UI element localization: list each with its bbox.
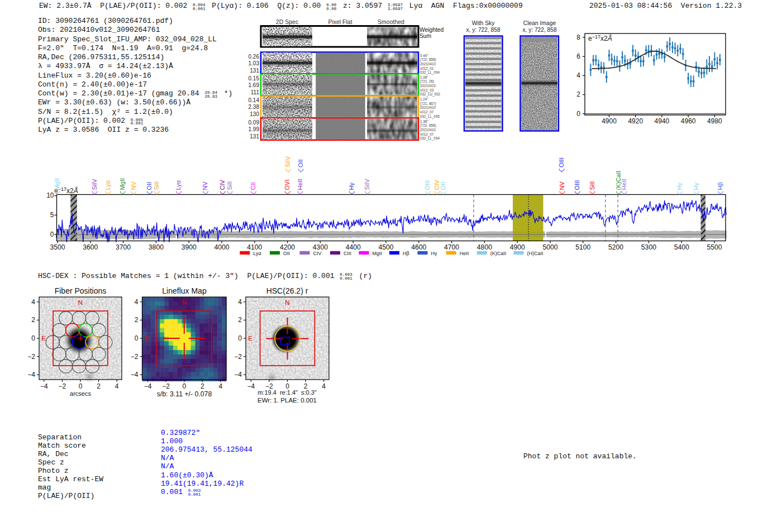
svg-text:−2: −2 [162,382,170,390]
svg-text:4: 4 [135,298,139,306]
svg-text:4: 4 [322,382,326,390]
svg-text:−4: −4 [247,382,255,390]
svg-text:4: 4 [238,298,242,306]
svg-text:−4: −4 [27,371,35,378]
svg-text:0: 0 [79,382,83,390]
svg-text:2: 2 [238,316,242,324]
svg-text:−4: −4 [144,382,152,390]
svg-text:N: N [285,299,289,306]
svg-text:−4: −4 [234,371,242,378]
svg-text:2: 2 [135,316,139,324]
svg-text:4: 4 [219,382,223,390]
svg-text:−2: −2 [131,353,139,361]
svg-text:E: E [41,335,46,342]
svg-text:4: 4 [31,298,35,306]
svg-text:2: 2 [97,382,101,390]
svg-text:4: 4 [115,382,119,390]
svg-text:N: N [78,299,83,306]
svg-text:−2: −2 [234,353,242,361]
svg-text:−2: −2 [27,353,35,361]
svg-text:0: 0 [31,334,35,342]
svg-text:−4: −4 [40,382,48,390]
svg-text:−4: −4 [131,371,139,378]
svg-text:2: 2 [201,382,204,390]
svg-text:N: N [182,299,187,306]
svg-text:−2: −2 [59,382,66,390]
svg-text:0: 0 [238,334,242,342]
svg-text:2: 2 [31,316,35,324]
svg-text:E: E [248,335,252,342]
svg-text:0: 0 [182,382,186,390]
svg-text:0: 0 [135,334,139,342]
svg-text:E: E [145,335,149,342]
